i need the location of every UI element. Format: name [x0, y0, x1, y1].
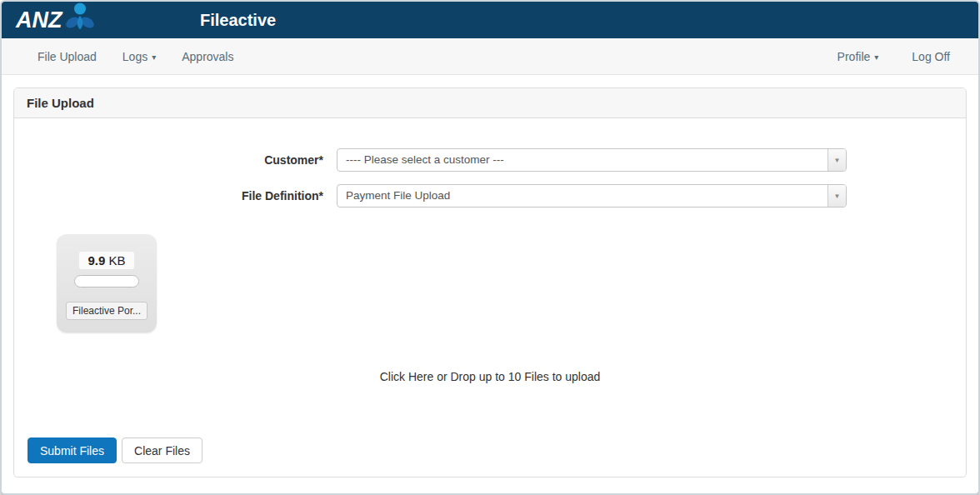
anz-lotus-icon: [66, 2, 94, 36]
nav-right-group: Profile▾ Log Off: [838, 50, 950, 63]
file-dropzone[interactable]: 9.9 KB Fileactive Por... Click Here or D…: [14, 118, 966, 477]
panel-title: File Upload: [14, 88, 966, 118]
file-name-label: Fileactive Por...: [66, 302, 148, 320]
file-size-unit-label: KB: [109, 253, 126, 268]
dropzone-hint-text: Click Here or Drop up to 10 Files to upl…: [14, 370, 966, 383]
uploaded-file-card[interactable]: 9.9 KB Fileactive Por...: [57, 234, 157, 332]
panel-body: Customer* ---- Please select a customer …: [14, 118, 966, 477]
file-size-value: 9.9: [88, 253, 105, 268]
nav-item-logs-label: Logs: [122, 50, 148, 63]
file-upload-panel: File Upload Customer* ---- Please select…: [13, 88, 967, 478]
caret-down-icon: ▾: [874, 52, 878, 62]
nav-item-approvals-label: Approvals: [182, 50, 233, 63]
file-progress-bar: [74, 275, 139, 288]
main-content: File Upload Customer* ---- Please select…: [2, 75, 978, 478]
anz-logo-text: ANZ: [16, 9, 62, 32]
nav-item-logs[interactable]: Logs▾: [122, 50, 156, 63]
app-title: Fileactive: [200, 11, 276, 30]
caret-down-icon: ▾: [152, 52, 156, 62]
main-navbar: File Upload Logs▾ Approvals Profile▾ Log…: [2, 38, 978, 75]
nav-left-group: File Upload Logs▾ Approvals: [38, 50, 233, 63]
nav-item-profile-label: Profile: [838, 50, 871, 63]
nav-item-log-off-label: Log Off: [912, 50, 950, 63]
clear-files-button[interactable]: Clear Files: [122, 438, 202, 463]
nav-item-file-upload-label: File Upload: [38, 50, 97, 63]
anz-logo: ANZ: [2, 5, 94, 36]
nav-item-log-off[interactable]: Log Off: [912, 50, 950, 63]
nav-item-approvals[interactable]: Approvals: [182, 50, 233, 63]
top-brand-bar: ANZ Fileactive: [2, 2, 978, 38]
submit-files-button[interactable]: Submit Files: [28, 438, 117, 463]
app-window: ANZ Fileactive File Upload Logs▾ Approva…: [0, 0, 980, 495]
file-size-badge: 9.9 KB: [79, 252, 133, 269]
nav-item-profile[interactable]: Profile▾: [838, 50, 879, 63]
action-buttons: Submit Files Clear Files: [28, 438, 202, 463]
nav-item-file-upload[interactable]: File Upload: [38, 50, 97, 63]
